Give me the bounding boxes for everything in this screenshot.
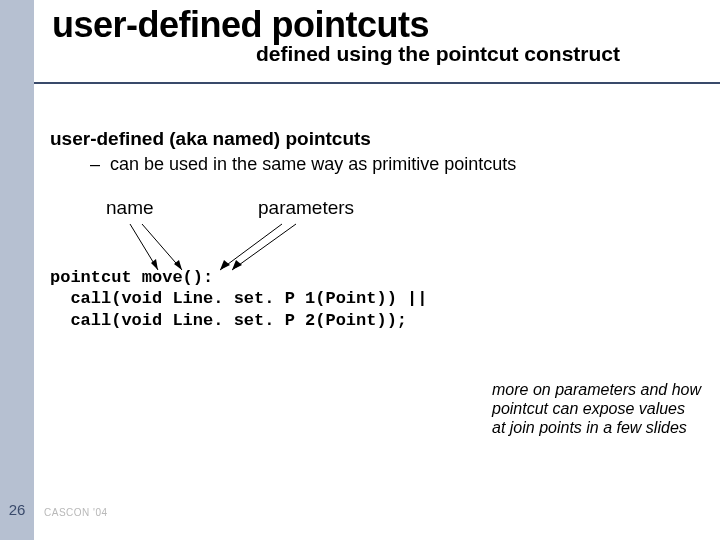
label-name: name — [106, 197, 154, 219]
bullet-item: – can be used in the same way as primiti… — [90, 154, 700, 175]
annotation-labels: name parameters — [50, 197, 700, 227]
section-heading: user-defined (aka named) pointcuts — [50, 128, 700, 150]
side-note: more on parameters and how pointcut can … — [492, 380, 702, 438]
slide-subtitle: defined using the pointcut construct — [256, 42, 720, 66]
slide-title: user-defined pointcuts — [52, 4, 720, 46]
slide-body: user-defined (aka named) pointcuts – can… — [50, 128, 700, 331]
code-line-3: call(void Line. set. P 2(Point)); — [50, 311, 407, 330]
header: user-defined pointcuts defined using the… — [0, 0, 720, 66]
bullet-dash: – — [90, 154, 100, 174]
bullet-text: can be used in the same way as primitive… — [110, 154, 516, 174]
code-line-1: pointcut move(): — [50, 268, 213, 287]
code-line-2: call(void Line. set. P 1(Point)) || — [50, 289, 427, 308]
label-parameters: parameters — [258, 197, 354, 219]
title-underline — [34, 82, 720, 84]
footer-credit: CASCON '04 — [44, 507, 108, 518]
left-sidebar — [0, 0, 34, 540]
page-number: 26 — [4, 501, 30, 518]
code-block: pointcut move(): call(void Line. set. P … — [50, 267, 700, 331]
